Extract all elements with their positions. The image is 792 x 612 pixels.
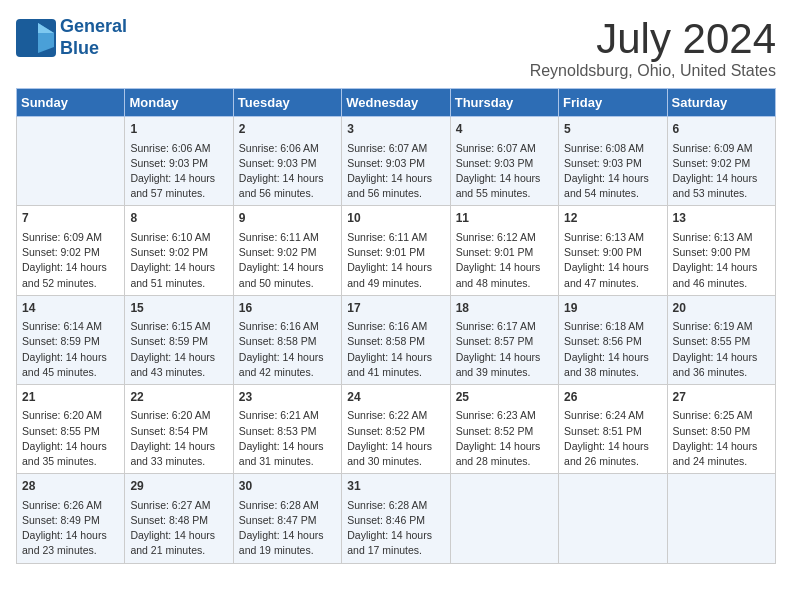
- day-info-line: Sunrise: 6:21 AM: [239, 408, 336, 423]
- day-info-line: and 55 minutes.: [456, 186, 553, 201]
- day-info-line: Sunrise: 6:15 AM: [130, 319, 227, 334]
- day-info-line: Daylight: 14 hours: [673, 260, 770, 275]
- calendar-cell: 20Sunrise: 6:19 AMSunset: 8:55 PMDayligh…: [667, 295, 775, 384]
- day-info-line: and 51 minutes.: [130, 276, 227, 291]
- day-info-line: Sunset: 8:58 PM: [239, 334, 336, 349]
- calendar-cell: [667, 474, 775, 563]
- calendar-cell: 26Sunrise: 6:24 AMSunset: 8:51 PMDayligh…: [559, 384, 667, 473]
- day-info-line: Sunset: 8:58 PM: [347, 334, 444, 349]
- day-info-line: and 48 minutes.: [456, 276, 553, 291]
- day-info-line: and 50 minutes.: [239, 276, 336, 291]
- day-info-line: Sunrise: 6:22 AM: [347, 408, 444, 423]
- day-info-line: and 42 minutes.: [239, 365, 336, 380]
- calendar-week-row: 7Sunrise: 6:09 AMSunset: 9:02 PMDaylight…: [17, 206, 776, 295]
- day-number: 29: [130, 478, 227, 495]
- day-info-line: Daylight: 14 hours: [456, 171, 553, 186]
- day-info-line: and 56 minutes.: [239, 186, 336, 201]
- logo-icon: [16, 19, 56, 57]
- day-info-line: Sunset: 8:51 PM: [564, 424, 661, 439]
- day-number: 7: [22, 210, 119, 227]
- day-info-line: Sunrise: 6:10 AM: [130, 230, 227, 245]
- calendar-cell: 31Sunrise: 6:28 AMSunset: 8:46 PMDayligh…: [342, 474, 450, 563]
- day-info-line: Daylight: 14 hours: [347, 350, 444, 365]
- day-info-line: Sunset: 8:54 PM: [130, 424, 227, 439]
- day-info-line: Sunrise: 6:09 AM: [673, 141, 770, 156]
- calendar-week-row: 21Sunrise: 6:20 AMSunset: 8:55 PMDayligh…: [17, 384, 776, 473]
- day-number: 30: [239, 478, 336, 495]
- day-info-line: Daylight: 14 hours: [347, 171, 444, 186]
- calendar-cell: [559, 474, 667, 563]
- day-info-line: Sunrise: 6:28 AM: [239, 498, 336, 513]
- day-info-line: Sunrise: 6:17 AM: [456, 319, 553, 334]
- calendar-cell: 9Sunrise: 6:11 AMSunset: 9:02 PMDaylight…: [233, 206, 341, 295]
- day-info-line: Daylight: 14 hours: [564, 260, 661, 275]
- calendar-cell: 29Sunrise: 6:27 AMSunset: 8:48 PMDayligh…: [125, 474, 233, 563]
- day-number: 19: [564, 300, 661, 317]
- day-info-line: Sunrise: 6:11 AM: [347, 230, 444, 245]
- day-info-line: Sunset: 8:53 PM: [239, 424, 336, 439]
- day-info-line: and 47 minutes.: [564, 276, 661, 291]
- day-info-line: Daylight: 14 hours: [130, 528, 227, 543]
- day-info-line: Sunset: 8:56 PM: [564, 334, 661, 349]
- day-info-line: Sunset: 8:59 PM: [22, 334, 119, 349]
- day-info-line: Sunset: 9:00 PM: [564, 245, 661, 260]
- logo-text: General Blue: [60, 16, 127, 59]
- day-info-line: Daylight: 14 hours: [673, 171, 770, 186]
- weekday-header-wednesday: Wednesday: [342, 89, 450, 117]
- day-info-line: Sunset: 8:52 PM: [347, 424, 444, 439]
- day-info-line: Sunset: 8:59 PM: [130, 334, 227, 349]
- day-info-line: Sunset: 8:50 PM: [673, 424, 770, 439]
- day-info-line: and 33 minutes.: [130, 454, 227, 469]
- day-number: 22: [130, 389, 227, 406]
- day-info-line: Daylight: 14 hours: [22, 260, 119, 275]
- day-number: 14: [22, 300, 119, 317]
- day-number: 31: [347, 478, 444, 495]
- day-info-line: Sunrise: 6:23 AM: [456, 408, 553, 423]
- calendar-cell: 19Sunrise: 6:18 AMSunset: 8:56 PMDayligh…: [559, 295, 667, 384]
- day-info-line: Daylight: 14 hours: [456, 350, 553, 365]
- day-number: 2: [239, 121, 336, 138]
- day-info-line: Daylight: 14 hours: [130, 260, 227, 275]
- day-number: 23: [239, 389, 336, 406]
- day-info-line: Daylight: 14 hours: [347, 528, 444, 543]
- calendar-cell: 14Sunrise: 6:14 AMSunset: 8:59 PMDayligh…: [17, 295, 125, 384]
- calendar-table: SundayMondayTuesdayWednesdayThursdayFrid…: [16, 88, 776, 563]
- day-number: 13: [673, 210, 770, 227]
- day-info-line: Sunrise: 6:12 AM: [456, 230, 553, 245]
- day-info-line: and 53 minutes.: [673, 186, 770, 201]
- day-info-line: and 19 minutes.: [239, 543, 336, 558]
- day-info-line: Sunset: 9:02 PM: [22, 245, 119, 260]
- day-info-line: and 38 minutes.: [564, 365, 661, 380]
- day-info-line: Daylight: 14 hours: [347, 439, 444, 454]
- calendar-cell: 16Sunrise: 6:16 AMSunset: 8:58 PMDayligh…: [233, 295, 341, 384]
- calendar-cell: 8Sunrise: 6:10 AMSunset: 9:02 PMDaylight…: [125, 206, 233, 295]
- day-number: 18: [456, 300, 553, 317]
- calendar-week-row: 14Sunrise: 6:14 AMSunset: 8:59 PMDayligh…: [17, 295, 776, 384]
- day-info-line: Sunrise: 6:16 AM: [239, 319, 336, 334]
- day-info-line: and 41 minutes.: [347, 365, 444, 380]
- day-number: 10: [347, 210, 444, 227]
- day-info-line: Daylight: 14 hours: [673, 439, 770, 454]
- day-info-line: Sunset: 8:48 PM: [130, 513, 227, 528]
- day-number: 25: [456, 389, 553, 406]
- day-info-line: Daylight: 14 hours: [239, 528, 336, 543]
- day-info-line: and 17 minutes.: [347, 543, 444, 558]
- day-info-line: Sunrise: 6:25 AM: [673, 408, 770, 423]
- day-info-line: Sunset: 8:57 PM: [456, 334, 553, 349]
- day-number: 27: [673, 389, 770, 406]
- calendar-cell: 4Sunrise: 6:07 AMSunset: 9:03 PMDaylight…: [450, 117, 558, 206]
- weekday-header-monday: Monday: [125, 89, 233, 117]
- day-info-line: Daylight: 14 hours: [239, 350, 336, 365]
- day-number: 17: [347, 300, 444, 317]
- day-info-line: and 54 minutes.: [564, 186, 661, 201]
- day-info-line: Daylight: 14 hours: [239, 439, 336, 454]
- day-info-line: and 28 minutes.: [456, 454, 553, 469]
- calendar-cell: 6Sunrise: 6:09 AMSunset: 9:02 PMDaylight…: [667, 117, 775, 206]
- day-info-line: Sunset: 8:49 PM: [22, 513, 119, 528]
- day-info-line: Sunset: 8:55 PM: [673, 334, 770, 349]
- calendar-week-row: 1Sunrise: 6:06 AMSunset: 9:03 PMDaylight…: [17, 117, 776, 206]
- day-info-line: and 35 minutes.: [22, 454, 119, 469]
- calendar-cell: 28Sunrise: 6:26 AMSunset: 8:49 PMDayligh…: [17, 474, 125, 563]
- day-number: 16: [239, 300, 336, 317]
- day-info-line: and 24 minutes.: [673, 454, 770, 469]
